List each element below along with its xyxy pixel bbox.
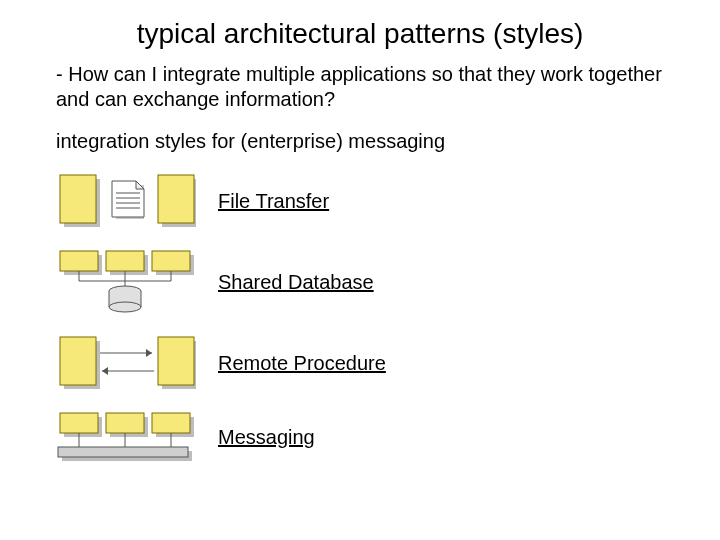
shared-database-icon (56, 249, 206, 315)
svg-rect-14 (152, 251, 190, 271)
svg-rect-2 (60, 175, 96, 223)
pattern-row-file-transfer: File Transfer (56, 171, 664, 231)
pattern-row-remote-procedure: Remote Procedure (56, 333, 664, 393)
svg-rect-42 (58, 447, 188, 457)
svg-rect-36 (106, 413, 144, 433)
messaging-label: Messaging (206, 426, 315, 449)
messaging-icon (56, 411, 206, 463)
svg-point-23 (109, 302, 141, 312)
remote-procedure-icon (56, 333, 206, 393)
slide-title: typical architectural patterns (styles) (56, 18, 664, 50)
svg-rect-37 (152, 413, 190, 433)
shared-database-label: Shared Database (206, 271, 374, 294)
svg-rect-13 (106, 251, 144, 271)
file-transfer-label: File Transfer (206, 190, 329, 213)
file-transfer-icon (56, 171, 206, 231)
svg-rect-27 (158, 337, 194, 385)
pattern-row-messaging: Messaging (56, 411, 664, 463)
svg-rect-35 (60, 413, 98, 433)
svg-rect-12 (60, 251, 98, 271)
remote-procedure-label: Remote Procedure (206, 352, 386, 375)
svg-marker-29 (146, 349, 152, 357)
slide: typical architectural patterns (styles) … (0, 0, 720, 540)
question-text: - How can I integrate multiple applicati… (56, 62, 664, 112)
svg-rect-3 (158, 175, 194, 223)
subhead-text: integration styles for (enterprise) mess… (56, 130, 664, 153)
svg-rect-26 (60, 337, 96, 385)
svg-marker-31 (102, 367, 108, 375)
pattern-row-shared-database: Shared Database (56, 249, 664, 315)
